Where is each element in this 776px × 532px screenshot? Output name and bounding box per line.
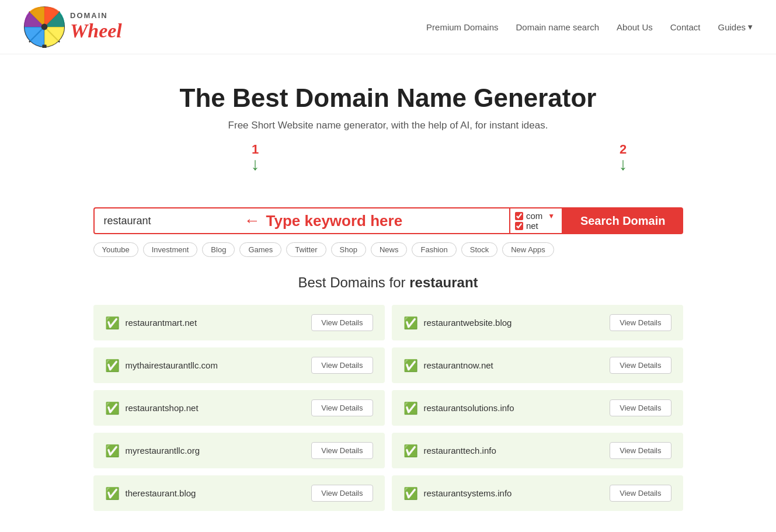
tag-youtube[interactable]: Youtube bbox=[93, 242, 138, 257]
header: DOMAIN Wheel Premium Domains Domain name… bbox=[0, 0, 776, 54]
annotation-block: 1 ↓ 2 ↓ bbox=[93, 143, 683, 190]
tag-shop[interactable]: Shop bbox=[331, 242, 366, 257]
view-details-button-9[interactable]: View Details bbox=[610, 485, 671, 502]
nav-premium-domains[interactable]: Premium Domains bbox=[426, 22, 498, 32]
svg-point-5 bbox=[41, 24, 48, 30]
results-keyword: restaurant bbox=[409, 274, 478, 290]
main-nav: Premium Domains Domain name search About… bbox=[426, 22, 753, 32]
tag-games[interactable]: Games bbox=[239, 242, 281, 257]
domain-name-1: restaurantwebsite.blog bbox=[424, 318, 512, 328]
available-icon-1: ✅ bbox=[403, 316, 418, 330]
domain-name-6: myrestaurantllc.org bbox=[126, 446, 200, 455]
domain-name-0: restaurantmart.net bbox=[126, 318, 197, 328]
logo-wheel-label: Wheel bbox=[70, 20, 122, 41]
domain-card-5: ✅ restaurantsolutions.info View Details bbox=[392, 390, 683, 426]
view-details-button-6[interactable]: View Details bbox=[311, 442, 373, 459]
tld-dropdown-arrow-icon[interactable]: ▼ bbox=[548, 212, 555, 220]
tld-com-row: com ▼ bbox=[515, 211, 557, 221]
domain-name-row-2: ✅ mythairestaurantllc.com bbox=[105, 359, 218, 373]
tld-com-label: com bbox=[526, 211, 542, 221]
annotation-1: 1 ↓ bbox=[251, 143, 260, 171]
annotation-2-arrow-icon: ↓ bbox=[619, 157, 628, 171]
tag-twitter[interactable]: Twitter bbox=[286, 242, 326, 257]
domain-name-8: therestaurant.blog bbox=[126, 488, 196, 498]
chevron-down-icon: ▾ bbox=[748, 22, 753, 32]
type-keyword-text: Type keyword here bbox=[266, 212, 403, 230]
tag-news[interactable]: News bbox=[371, 242, 408, 257]
domain-name-5: restaurantsolutions.info bbox=[424, 403, 514, 413]
nav-domain-name-search[interactable]: Domain name search bbox=[516, 22, 599, 32]
view-details-button-4[interactable]: View Details bbox=[311, 399, 373, 416]
view-details-button-5[interactable]: View Details bbox=[610, 399, 671, 416]
domain-name-4: restaurantshop.net bbox=[126, 403, 199, 413]
search-domain-button[interactable]: Search Domain bbox=[563, 207, 683, 234]
available-icon-7: ✅ bbox=[403, 444, 418, 458]
view-details-button-2[interactable]: View Details bbox=[311, 357, 373, 374]
tld-net-label: net bbox=[526, 221, 538, 231]
available-icon-6: ✅ bbox=[105, 444, 120, 458]
search-row: ← Type keyword here com ▼ net Search Dom… bbox=[93, 207, 683, 234]
view-details-button-8[interactable]: View Details bbox=[311, 485, 373, 502]
nav-contact[interactable]: Contact bbox=[670, 22, 701, 32]
nav-guides[interactable]: Guides ▾ bbox=[718, 22, 753, 32]
domain-card-6: ✅ myrestaurantllc.org View Details bbox=[93, 433, 385, 468]
search-input-wrapper: ← Type keyword here bbox=[93, 207, 510, 234]
svg-rect-6 bbox=[42, 45, 46, 48]
results-title: Best Domains for restaurant bbox=[93, 274, 683, 291]
domain-name-row-8: ✅ therestaurant.blog bbox=[105, 486, 196, 500]
tag-investment[interactable]: Investment bbox=[143, 242, 198, 257]
tld-net-row: net bbox=[515, 221, 557, 231]
results-title-prefix: Best Domains for bbox=[298, 274, 405, 290]
annotation-1-arrow-icon: ↓ bbox=[251, 157, 260, 171]
hero-title: The Best Domain Name Generator bbox=[12, 84, 764, 113]
domain-name-row-4: ✅ restaurantshop.net bbox=[105, 401, 199, 415]
available-icon-3: ✅ bbox=[403, 359, 418, 373]
tag-new-apps[interactable]: New Apps bbox=[502, 242, 554, 257]
view-details-button-1[interactable]: View Details bbox=[610, 314, 671, 331]
domain-name-row-7: ✅ restauranttech.info bbox=[403, 444, 496, 458]
type-keyword-label: ← Type keyword here bbox=[244, 211, 403, 230]
search-section: ← Type keyword here com ▼ net Search Dom… bbox=[82, 207, 695, 234]
view-details-button-7[interactable]: View Details bbox=[610, 442, 671, 459]
domain-name-row-5: ✅ restaurantsolutions.info bbox=[403, 401, 514, 415]
nav-about-us[interactable]: About Us bbox=[617, 22, 653, 32]
tag-blog[interactable]: Blog bbox=[202, 242, 235, 257]
domain-name-row-3: ✅ restaurantnow.net bbox=[403, 359, 493, 373]
domain-card-2: ✅ mythairestaurantllc.com View Details bbox=[93, 347, 385, 383]
arrow-left-icon: ← bbox=[244, 211, 260, 230]
tld-net-checkbox[interactable] bbox=[515, 222, 523, 230]
annotations-wrapper: 1 ↓ 2 ↓ bbox=[82, 143, 695, 190]
available-icon-0: ✅ bbox=[105, 316, 120, 330]
domain-card-1: ✅ restaurantwebsite.blog View Details bbox=[392, 305, 683, 340]
domain-card-3: ✅ restaurantnow.net View Details bbox=[392, 347, 683, 383]
domain-card-9: ✅ restaurantsystems.info View Details bbox=[392, 475, 683, 511]
view-details-button-3[interactable]: View Details bbox=[610, 357, 671, 374]
available-icon-9: ✅ bbox=[403, 486, 418, 500]
domain-card-7: ✅ restauranttech.info View Details bbox=[392, 433, 683, 468]
annotation-2: 2 ↓ bbox=[619, 143, 628, 171]
results-section: Best Domains for restaurant ✅ restaurant… bbox=[82, 274, 695, 532]
domain-card-0: ✅ restaurantmart.net View Details bbox=[93, 305, 385, 340]
available-icon-4: ✅ bbox=[105, 401, 120, 415]
domain-name-3: restaurantnow.net bbox=[424, 360, 493, 370]
tag-stock[interactable]: Stock bbox=[461, 242, 498, 257]
logo-text: DOMAIN Wheel bbox=[70, 12, 122, 42]
logo-wheel-icon bbox=[23, 6, 65, 48]
tld-com-checkbox[interactable] bbox=[515, 212, 523, 220]
domain-name-9: restaurantsystems.info bbox=[424, 488, 512, 498]
domain-name-2: mythairestaurantllc.com bbox=[126, 360, 218, 370]
available-icon-5: ✅ bbox=[403, 401, 418, 415]
domain-name-7: restauranttech.info bbox=[424, 446, 496, 455]
domain-name-row-9: ✅ restaurantsystems.info bbox=[403, 486, 512, 500]
domain-name-row-1: ✅ restaurantwebsite.blog bbox=[403, 316, 512, 330]
search-input[interactable] bbox=[104, 215, 221, 227]
view-details-button-0[interactable]: View Details bbox=[311, 314, 373, 331]
results-grid: ✅ restaurantmart.net View Details ✅ rest… bbox=[93, 305, 683, 511]
domain-name-row-6: ✅ myrestaurantllc.org bbox=[105, 444, 200, 458]
tags-section: Youtube Investment Blog Games Twitter Sh… bbox=[82, 242, 695, 257]
tag-fashion[interactable]: Fashion bbox=[412, 242, 456, 257]
domain-name-row-0: ✅ restaurantmart.net bbox=[105, 316, 197, 330]
available-icon-8: ✅ bbox=[105, 486, 120, 500]
domain-card-8: ✅ therestaurant.blog View Details bbox=[93, 475, 385, 511]
logo[interactable]: DOMAIN Wheel bbox=[23, 6, 122, 48]
